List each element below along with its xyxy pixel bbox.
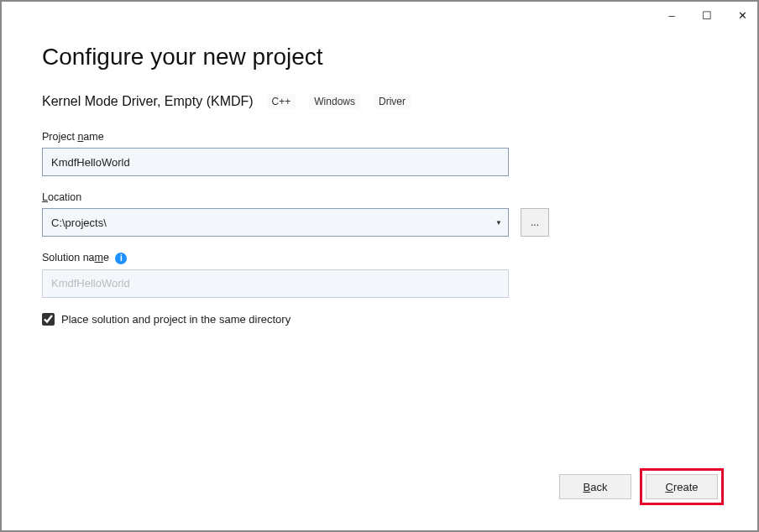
tag-windows: Windows (309, 94, 360, 109)
template-row: Kernel Mode Driver, Empty (KMDF) C++ Win… (42, 94, 717, 109)
browse-button[interactable]: ... (521, 208, 549, 237)
close-button[interactable]: ✕ (734, 7, 751, 23)
project-name-label: Project name (42, 131, 717, 143)
same-directory-label: Place solution and project in the same d… (61, 313, 291, 326)
tag-driver: Driver (374, 94, 411, 109)
location-label: Location (42, 191, 717, 203)
tag-cpp: C++ (267, 94, 296, 109)
page-title: Configure your new project (42, 44, 717, 70)
maximize-button[interactable]: ☐ (699, 7, 715, 23)
template-name: Kernel Mode Driver, Empty (KMDF) (42, 94, 254, 109)
solution-name-input (42, 269, 509, 298)
back-button[interactable]: Back (559, 474, 631, 499)
same-directory-checkbox[interactable] (42, 313, 55, 326)
minimize-button[interactable]: – (663, 7, 680, 23)
info-icon[interactable]: i (115, 253, 127, 264)
create-highlight: Create (640, 468, 724, 505)
create-button[interactable]: Create (646, 474, 718, 499)
project-name-input[interactable] (42, 148, 509, 176)
solution-name-label: Solution name i (42, 252, 717, 264)
location-combo[interactable] (42, 208, 509, 237)
